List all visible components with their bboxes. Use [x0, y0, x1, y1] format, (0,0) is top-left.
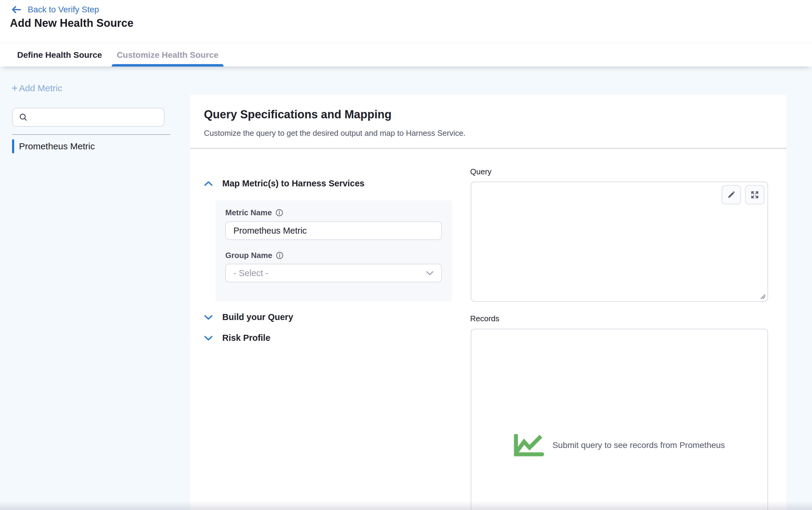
- sidebar-item-prometheus-metric[interactable]: Prometheus Metric: [12, 139, 172, 154]
- chevron-up-icon: [204, 181, 213, 187]
- pencil-icon: [726, 190, 736, 200]
- group-name-select[interactable]: - Select -: [225, 264, 442, 282]
- add-metric-label: Add Metric: [19, 83, 62, 93]
- chevron-down-icon: [204, 314, 213, 320]
- sidebar-divider: [12, 134, 171, 135]
- select-placeholder: - Select -: [233, 268, 268, 278]
- tab-define-health-source[interactable]: Define Health Source: [17, 43, 102, 66]
- line-chart-icon: [514, 434, 545, 456]
- chevron-down-icon: [204, 335, 213, 341]
- metric-name-input[interactable]: [225, 221, 442, 240]
- back-link-label: Back to Verify Step: [28, 5, 99, 14]
- expand-query-button[interactable]: [745, 185, 764, 204]
- back-to-verify-step-link[interactable]: Back to Verify Step: [11, 5, 99, 14]
- query-textarea[interactable]: [471, 182, 768, 302]
- section-title: Build your Query: [222, 312, 293, 322]
- records-empty-message: Submit query to see records from Prometh…: [552, 441, 725, 450]
- page-header: Back to Verify Step Add New Health Sourc…: [0, 0, 812, 43]
- section-map-metrics-to-harness-services[interactable]: Map Metric(s) to Harness Services: [204, 179, 365, 188]
- section-risk-profile[interactable]: Risk Profile: [204, 333, 270, 343]
- records-empty-state: Submit query to see records from Prometh…: [471, 434, 767, 456]
- selected-indicator-bar: [12, 140, 14, 153]
- plus-icon: +: [11, 84, 18, 93]
- tab-customize-health-source[interactable]: Customize Health Source: [117, 43, 219, 66]
- info-icon[interactable]: [275, 209, 283, 217]
- edit-query-button[interactable]: [722, 185, 741, 204]
- records-label: Records: [470, 314, 499, 323]
- info-icon[interactable]: [276, 251, 284, 260]
- fullscreen-icon: [750, 190, 760, 200]
- chevron-down-icon: [426, 270, 434, 276]
- group-name-label: Group Name: [225, 251, 284, 260]
- metrics-sidebar: + Add Metric Prometheus Metric: [0, 66, 190, 510]
- metric-search-input[interactable]: [28, 109, 164, 126]
- metric-name-label-text: Metric Name: [225, 208, 272, 217]
- metric-name-label: Metric Name: [225, 208, 283, 217]
- add-metric-button[interactable]: + Add Metric: [11, 83, 62, 93]
- query-specifications-panel: Query Specifications and Mapping Customi…: [190, 95, 786, 510]
- arrow-left-icon: [11, 5, 22, 14]
- panel-subheading: Customize the query to get the desired o…: [204, 128, 466, 138]
- search-icon: [19, 113, 28, 122]
- section-title: Risk Profile: [222, 333, 270, 343]
- section-title: Map Metric(s) to Harness Services: [222, 179, 365, 188]
- records-panel: Submit query to see records from Prometh…: [471, 329, 768, 510]
- metric-item-label: Prometheus Metric: [19, 141, 95, 151]
- panel-divider: [190, 148, 786, 149]
- query-label: Query: [470, 167, 492, 176]
- panel-heading: Query Specifications and Mapping: [204, 108, 392, 121]
- tab-bar: Define Health Source Customize Health So…: [0, 43, 812, 66]
- resize-handle[interactable]: [758, 292, 766, 300]
- group-name-label-text: Group Name: [225, 251, 272, 260]
- page-title: Add New Health Source: [10, 17, 134, 30]
- metric-search-field[interactable]: [12, 108, 165, 127]
- section-build-your-query[interactable]: Build your Query: [204, 312, 293, 322]
